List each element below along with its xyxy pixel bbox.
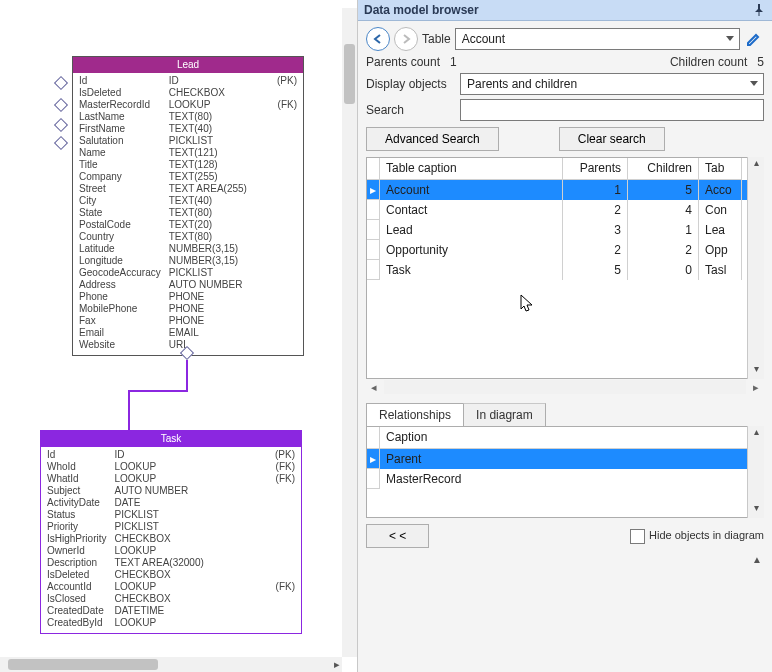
pin-icon[interactable] [752,3,766,17]
field-key [277,207,297,219]
field-type: CHECKBOX [114,569,269,581]
field-key [277,135,297,147]
diagram-vscrollbar[interactable] [342,8,357,657]
field-name: Latitude [79,243,161,255]
field-name: Subject [47,485,106,497]
entity-lead-title: Lead [73,57,303,73]
field-type: PICKLIST [114,521,269,533]
field-key [277,255,297,267]
hide-objects-checkbox[interactable]: Hide objects in diagram [630,529,764,544]
field-key [277,231,297,243]
col-parents[interactable]: Parents [563,158,628,180]
field-name: Phone [79,291,161,303]
edit-icon[interactable] [744,29,764,49]
table-row[interactable]: Lead31Lea [367,220,763,240]
entity-lead[interactable]: Lead IdIsDeletedMasterRecordIdLastNameFi… [72,56,304,356]
connector-node [54,98,68,112]
field-name: IsHighPriority [47,533,106,545]
field-type: ID [169,75,271,87]
advanced-search-button[interactable]: Advanced Search [366,127,499,151]
display-objects-value: Parents and children [467,77,577,91]
field-key [277,315,297,327]
display-objects-combo[interactable]: Parents and children [460,73,764,95]
field-key [277,147,297,159]
field-key [275,593,295,605]
relationship-row[interactable]: ▸Parent [367,449,763,469]
nav-back-button[interactable] [366,27,390,51]
field-type: PICKLIST [169,267,271,279]
connector-node [54,76,68,90]
field-key [277,291,297,303]
field-name: Address [79,279,161,291]
field-type: TEXT AREA(255) [169,183,271,195]
field-key: (PK) [277,75,297,87]
table-row[interactable]: Opportunity22Opp [367,240,763,260]
panel-title: Data model browser [364,3,479,17]
field-type: LOOKUP [114,461,269,473]
field-key [277,159,297,171]
search-label: Search [366,103,452,117]
field-name: IsDeleted [79,87,161,99]
field-type: NUMBER(3,15) [169,243,271,255]
field-name: Priority [47,521,106,533]
field-name: GeocodeAccuracy [79,267,161,279]
field-type: CHECKBOX [114,533,269,545]
entity-task-title: Task [41,431,301,447]
field-type: LOOKUP [114,581,269,593]
field-key [275,497,295,509]
connector-node [54,136,68,150]
field-key [277,267,297,279]
table-row[interactable]: Contact24Con [367,200,763,220]
field-key [277,219,297,231]
table-row[interactable]: Task50Tasl [367,260,763,280]
field-name: LastName [79,111,161,123]
connector-node [54,118,68,132]
field-name: Title [79,159,161,171]
col-table-caption[interactable]: Table caption [380,158,563,180]
field-type: ID [114,449,269,461]
table-row[interactable]: ▸Account15Acco [367,180,763,200]
field-type: TEXT(255) [169,171,271,183]
field-name: Id [47,449,106,461]
tab-in-diagram[interactable]: In diagram [463,403,546,426]
field-type: PHONE [169,315,271,327]
entity-task[interactable]: Task IdWhoIdWhatIdSubjectActivityDateSta… [40,430,302,634]
field-type: PHONE [169,303,271,315]
collapse-button[interactable]: < < [366,524,429,548]
table-combo[interactable]: Account [455,28,740,50]
field-type: TEXT(80) [169,231,271,243]
field-key [275,485,295,497]
field-name: AccountId [47,581,106,593]
diagram-hscrollbar[interactable]: ▸ [0,657,342,672]
field-name: Street [79,183,161,195]
relationship-row[interactable]: MasterRecord [367,469,763,489]
field-key [277,339,297,351]
browser-pane: Data model browser Table Account [358,0,772,672]
field-name: WhoId [47,461,106,473]
parents-count-value: 1 [450,55,457,69]
tables-grid-hscrollbar[interactable]: ◂▸ [366,379,764,395]
expand-handle-icon[interactable]: ▲ [752,554,762,565]
parents-count-label: Parents count [366,55,440,69]
field-name: Longitude [79,255,161,267]
nav-forward-button[interactable] [394,27,418,51]
field-name: Company [79,171,161,183]
diagram-canvas[interactable]: Lead IdIsDeletedMasterRecordIdLastNameFi… [0,0,342,657]
clear-search-button[interactable]: Clear search [559,127,665,151]
tables-grid[interactable]: Table caption Parents Children Tab ▸Acco… [366,157,764,379]
relationships-grid[interactable]: Caption ▸ParentMasterRecord ▴ ▾ [366,426,764,518]
relationships-grid-vscrollbar[interactable]: ▴ ▾ [747,426,764,518]
connector-line [186,360,188,390]
field-type: TEXT AREA(32000) [114,557,269,569]
search-input[interactable] [460,99,764,121]
field-name: Id [79,75,161,87]
tables-grid-vscrollbar[interactable]: ▴ ▾ [747,157,764,379]
tab-relationships[interactable]: Relationships [366,403,464,426]
field-key: (PK) [275,449,295,461]
field-key [277,303,297,315]
col-tab[interactable]: Tab [699,158,742,180]
col-caption[interactable]: Caption [380,427,763,449]
children-count-label: Children count [670,55,747,69]
field-type: PICKLIST [169,135,271,147]
col-children[interactable]: Children [628,158,699,180]
